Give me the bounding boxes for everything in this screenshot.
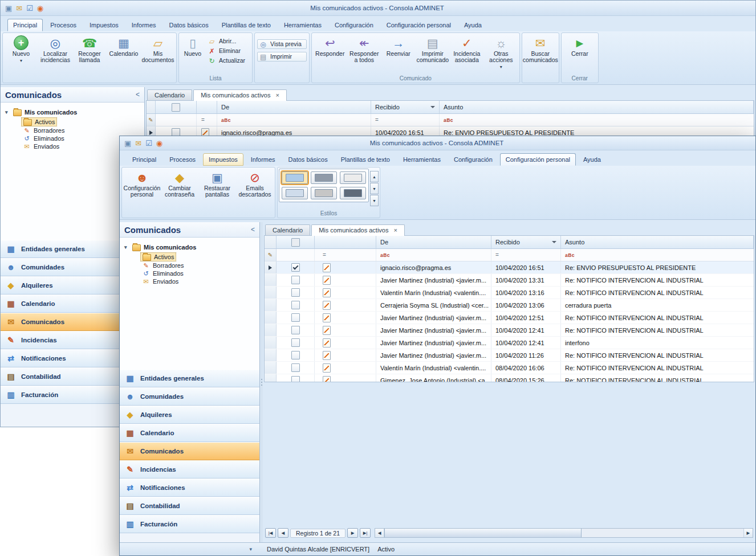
ribbon-button[interactable]: ✓ Incidencia asociada: [450, 34, 484, 65]
tree-item[interactable]: ↺ Eliminados: [140, 269, 185, 277]
sidebar-item[interactable]: ▦ Entidades generales: [120, 369, 259, 387]
style-swatch[interactable]: [282, 187, 308, 199]
table-row[interactable]: Valentín Marín (Industrial) <valentin...…: [265, 287, 754, 299]
ribbon-tab[interactable]: Herramientas: [278, 19, 327, 31]
tree-expander-icon[interactable]: ▾: [124, 244, 129, 250]
column-header-de[interactable]: De: [217, 101, 371, 113]
filter-operator-icon[interactable]: =: [201, 117, 205, 123]
gallery-expand-button[interactable]: ▼: [370, 195, 379, 206]
row-checkbox[interactable]: [291, 326, 300, 334]
ribbon-button[interactable]: → Reenviar: [381, 34, 416, 59]
qat-icon[interactable]: ☑: [145, 140, 152, 147]
filter-abc-icon[interactable]: aBc: [221, 117, 231, 123]
column-header-de[interactable]: De: [376, 236, 491, 248]
collapse-panel-icon[interactable]: <: [251, 226, 255, 234]
sidebar-item[interactable]: ⇄ Notificaciones: [120, 479, 259, 497]
filter-abc-icon[interactable]: aBc: [565, 252, 575, 258]
style-swatch[interactable]: [340, 171, 366, 184]
tree-item[interactable]: Activos: [21, 117, 57, 126]
select-all-checkbox[interactable]: [172, 103, 180, 112]
tab-mis-comunicados-activos[interactable]: Mis comunicados activos ×: [311, 224, 405, 236]
style-swatch[interactable]: [311, 171, 337, 184]
qat-icon[interactable]: ▣: [5, 5, 12, 12]
ribbon-tab[interactable]: Procesos: [164, 153, 201, 166]
ribbon-tab[interactable]: Plantillas de texto: [216, 19, 277, 31]
qat-icon[interactable]: ✉: [16, 5, 22, 12]
row-checkbox[interactable]: [291, 288, 300, 297]
ribbon-button[interactable]: ► Cerrar: [563, 34, 597, 58]
ribbon-button[interactable]: ✉ Buscar comunicados: [523, 34, 558, 64]
sidebar-item[interactable]: ◆ Alquileres: [120, 406, 259, 424]
table-row[interactable]: Javier Martinez (Industrial) <javier.m..…: [265, 274, 754, 287]
ribbon-tab[interactable]: Configuración: [448, 153, 498, 166]
ribbon-tab[interactable]: Herramientas: [397, 153, 446, 166]
ribbon-button[interactable]: ↩ Responder: [313, 34, 347, 59]
tab-calendario[interactable]: Calendario: [265, 224, 310, 235]
ribbon-tab[interactable]: Impuestos: [203, 153, 243, 166]
titlebar[interactable]: ▣✉☑◉ Mis comunicados activos - Consola A…: [120, 136, 755, 150]
tree-item[interactable]: Activos: [140, 252, 176, 261]
tree-item[interactable]: ✉ Enviados: [140, 277, 180, 285]
sidebar-item[interactable]: ☻ Comunidades: [120, 387, 259, 406]
sidebar-item[interactable]: ▦ Calendario: [120, 424, 259, 442]
ribbon-button[interactable]: ☎ Recoger llamada: [72, 34, 107, 65]
column-header-asunto[interactable]: Asunto: [440, 101, 754, 113]
column-header-recibido[interactable]: Recibido: [491, 236, 561, 248]
table-row[interactable]: Javier Martinez (Industrial) <javier.m..…: [265, 324, 754, 337]
scroll-left-icon[interactable]: ◀: [375, 529, 384, 537]
filter-operator-icon[interactable]: =: [375, 117, 379, 123]
close-tab-icon[interactable]: ×: [275, 92, 279, 99]
ribbon-tab[interactable]: Configuración: [329, 19, 379, 31]
ribbon-tab[interactable]: Informes: [126, 19, 162, 31]
tab-calendario[interactable]: Calendario: [147, 89, 192, 100]
style-swatch[interactable]: [282, 171, 308, 184]
ribbon-button[interactable]: ⊘ Emails descartados: [236, 169, 274, 199]
column-header-asunto[interactable]: Asunto: [561, 236, 754, 248]
sidebar-item[interactable]: ▤ Contabilidad: [120, 497, 259, 515]
scroll-right-icon[interactable]: ▶: [743, 529, 753, 537]
tree-item[interactable]: ✉ Enviados: [21, 142, 61, 150]
ribbon-small-button[interactable]: ◎ Vista previa: [257, 39, 307, 49]
ribbon-tab[interactable]: Ayuda: [458, 19, 487, 31]
ribbon-tab[interactable]: Datos básicos: [283, 153, 334, 166]
table-row[interactable]: ignacio.risco@pragma.es 10/04/2020 16:51…: [265, 261, 754, 274]
row-checkbox[interactable]: [291, 276, 300, 284]
filter-operator-icon[interactable]: =: [323, 252, 326, 258]
sidebar-item[interactable]: ▥ Facturación: [120, 515, 259, 533]
tree-item[interactable]: ↺ Eliminados: [21, 134, 66, 142]
next-record-button[interactable]: ▶: [347, 528, 358, 538]
filter-abc-icon[interactable]: aBc: [444, 117, 453, 123]
titlebar[interactable]: ▣✉☑◉ Mis comunicados activos - Consola A…: [1, 1, 755, 16]
filter-operator-icon[interactable]: =: [495, 252, 499, 258]
style-swatch[interactable]: [311, 187, 337, 199]
row-checkbox[interactable]: [291, 363, 300, 372]
ribbon-tab[interactable]: Principal: [7, 19, 43, 31]
ribbon-tab[interactable]: Principal: [127, 153, 162, 166]
ribbon-small-button[interactable]: ✗ Eliminar: [206, 47, 250, 55]
table-row[interactable]: Gimenez, Jose Antonio (Industrial) <a...…: [265, 374, 754, 382]
scrollbar-thumb[interactable]: [384, 529, 582, 537]
table-row[interactable]: Cerrajeria Soyma SL (Industrial) <cer...…: [265, 299, 754, 312]
qat-icon[interactable]: ▣: [124, 140, 131, 147]
ribbon-tab[interactable]: Impuestos: [84, 19, 124, 31]
ribbon-button[interactable]: ☻ Configuración personal: [123, 169, 161, 199]
ribbon-button[interactable]: ▦ Calendario: [107, 34, 141, 59]
gallery-scroll-down-button[interactable]: ▼: [370, 183, 379, 194]
horizontal-scrollbar[interactable]: ◀ ▶: [375, 528, 753, 538]
tab-mis-comunicados-activos[interactable]: Mis comunicados activos ×: [193, 89, 287, 101]
ribbon-button[interactable]: ▯ Nuevo: [180, 34, 205, 58]
qat-icon[interactable]: ☑: [26, 5, 33, 12]
ribbon-tab[interactable]: Procesos: [44, 19, 82, 31]
sidebar-item[interactable]: ✉ Comunicados: [120, 442, 259, 460]
ribbon-button[interactable]: ◆ Cambiar contraseña: [161, 169, 198, 199]
last-record-button[interactable]: ▶|: [360, 528, 371, 538]
ribbon-tab[interactable]: Informes: [245, 153, 281, 166]
tree-root[interactable]: ▾ Mis comunicados: [123, 242, 256, 252]
row-checkbox[interactable]: [291, 263, 300, 272]
column-header-recibido[interactable]: Recibido: [371, 101, 440, 113]
ribbon-tab[interactable]: Plantillas de texto: [335, 153, 396, 166]
ribbon-tab[interactable]: Ayuda: [578, 153, 607, 166]
close-tab-icon[interactable]: ×: [393, 227, 397, 234]
navpane-overflow-icon[interactable]: ▾: [249, 546, 252, 552]
previous-record-button[interactable]: ◀: [278, 528, 288, 538]
